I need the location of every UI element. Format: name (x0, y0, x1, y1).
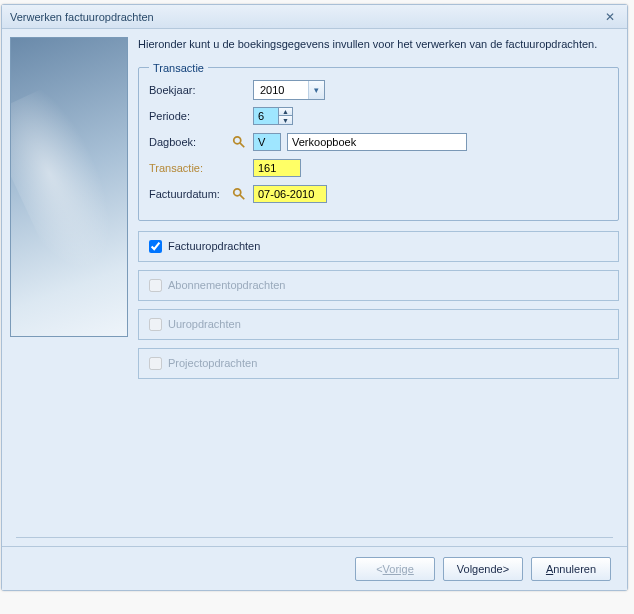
periode-label: Periode: (149, 110, 231, 122)
abonnement-label: Abonnementopdrachten (168, 279, 285, 291)
uur-label: Uuropdrachten (168, 318, 241, 330)
spin-down-icon[interactable]: ▼ (279, 116, 292, 124)
wizard-side-image (10, 37, 128, 337)
boekjaar-value: 2010 (260, 84, 284, 96)
intro-text: Hieronder kunt u de boekingsgegevens inv… (138, 37, 619, 52)
prev-button: < Vorige (355, 557, 435, 581)
lookup-icon[interactable] (231, 134, 247, 150)
spin-up-icon[interactable]: ▲ (279, 108, 292, 117)
boekjaar-combo[interactable]: 2010 ▾ (253, 80, 325, 100)
dagboek-label: Dagboek: (149, 136, 231, 148)
boekjaar-label: Boekjaar: (149, 84, 231, 96)
uur-checkbox (149, 318, 162, 331)
cancel-button[interactable]: Annuleren (531, 557, 611, 581)
close-icon[interactable]: ✕ (601, 8, 619, 26)
next-button[interactable]: Volgende > (443, 557, 523, 581)
lookup-icon[interactable] (231, 186, 247, 202)
project-checkbox (149, 357, 162, 370)
periode-input[interactable] (253, 107, 279, 125)
transactie-input[interactable] (253, 159, 301, 177)
abonnement-group: Abonnementopdrachten (138, 270, 619, 301)
transactie-label: Transactie: (149, 162, 231, 174)
uur-group: Uuropdrachten (138, 309, 619, 340)
dagboek-code-input[interactable] (253, 133, 281, 151)
factuuropdrachten-label: Factuuropdrachten (168, 240, 260, 252)
factuurdatum-input[interactable] (253, 185, 327, 203)
transactie-legend: Transactie (149, 62, 208, 74)
footer-separator (16, 537, 613, 538)
factuurdatum-label: Factuurdatum: (149, 188, 231, 200)
footer: < Vorige Volgende > Annuleren (2, 546, 627, 590)
transactie-group: Transactie Boekjaar: 2010 ▾ Periode: (138, 62, 619, 221)
titlebar: Verwerken factuuropdrachten ✕ (2, 5, 627, 29)
project-label: Projectopdrachten (168, 357, 257, 369)
window-title: Verwerken factuuropdrachten (10, 11, 601, 23)
chevron-down-icon[interactable]: ▾ (308, 81, 324, 99)
factuuropdrachten-checkbox[interactable] (149, 240, 162, 253)
dialog-window: Verwerken factuuropdrachten ✕ Hieronder … (1, 4, 628, 591)
svg-line-1 (240, 143, 244, 147)
svg-line-3 (240, 195, 244, 199)
periode-spinner[interactable]: ▲ ▼ (253, 107, 293, 125)
abonnement-checkbox (149, 279, 162, 292)
dagboek-name-input[interactable] (287, 133, 467, 151)
svg-point-0 (234, 137, 241, 144)
project-group: Projectopdrachten (138, 348, 619, 379)
svg-point-2 (234, 189, 241, 196)
factuuropdrachten-group: Factuuropdrachten (138, 231, 619, 262)
